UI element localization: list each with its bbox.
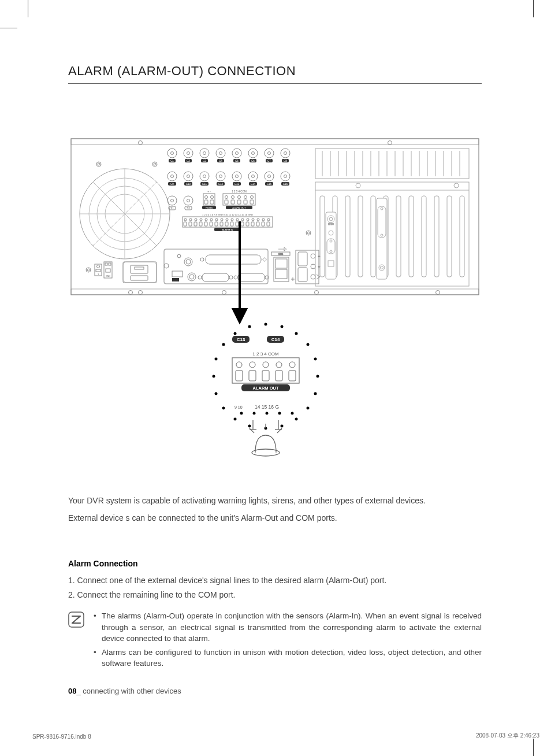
svg-point-276 bbox=[248, 325, 251, 328]
svg-point-275 bbox=[234, 332, 237, 335]
svg-rect-157 bbox=[215, 222, 218, 226]
svg-rect-30 bbox=[109, 263, 111, 265]
crop-mark bbox=[0, 28, 17, 28]
svg-point-78 bbox=[232, 172, 241, 181]
svg-text:C4: C4 bbox=[219, 160, 222, 162]
svg-point-272 bbox=[213, 375, 215, 378]
svg-point-82 bbox=[265, 172, 274, 181]
svg-text:RS485: RS485 bbox=[206, 206, 213, 209]
svg-point-11 bbox=[98, 163, 100, 165]
svg-point-6 bbox=[139, 291, 143, 295]
svg-rect-29 bbox=[105, 263, 107, 265]
svg-text:C11: C11 bbox=[202, 183, 207, 186]
svg-point-266 bbox=[281, 425, 284, 428]
svg-point-52 bbox=[281, 149, 290, 158]
svg-point-13 bbox=[154, 163, 156, 165]
svg-point-75 bbox=[203, 175, 206, 178]
svg-point-135 bbox=[189, 218, 192, 221]
svg-point-76 bbox=[216, 172, 225, 181]
subsection-heading: Alarm Connection bbox=[68, 559, 482, 568]
svg-text:C8: C8 bbox=[284, 160, 287, 162]
svg-point-265 bbox=[295, 418, 298, 421]
svg-point-134 bbox=[184, 218, 187, 221]
svg-point-45 bbox=[219, 152, 222, 155]
svg-rect-129 bbox=[250, 200, 254, 204]
print-footer-timestamp: 2008-07-03 오후 2:46:23 bbox=[476, 732, 539, 740]
svg-rect-155 bbox=[204, 222, 207, 226]
svg-point-286 bbox=[276, 362, 282, 368]
svg-rect-158 bbox=[220, 222, 223, 226]
svg-point-141 bbox=[221, 218, 223, 221]
svg-point-70 bbox=[167, 172, 177, 181]
svg-point-25 bbox=[97, 265, 100, 268]
svg-rect-127 bbox=[237, 200, 241, 204]
svg-line-308 bbox=[250, 428, 254, 433]
svg-rect-162 bbox=[241, 222, 244, 226]
svg-rect-33 bbox=[123, 262, 157, 283]
svg-point-173 bbox=[186, 260, 191, 264]
svg-rect-237 bbox=[434, 196, 439, 277]
svg-rect-1 bbox=[71, 139, 479, 144]
svg-rect-166 bbox=[262, 222, 265, 226]
svg-point-48 bbox=[248, 149, 258, 158]
svg-rect-228 bbox=[320, 196, 325, 277]
svg-text:C5: C5 bbox=[235, 160, 239, 162]
svg-point-180 bbox=[188, 273, 196, 281]
svg-rect-235 bbox=[409, 196, 414, 277]
svg-marker-256 bbox=[233, 309, 246, 322]
svg-rect-236 bbox=[422, 196, 426, 277]
svg-point-147 bbox=[252, 218, 254, 221]
svg-rect-192 bbox=[276, 269, 287, 279]
svg-rect-230 bbox=[345, 196, 350, 277]
svg-point-12 bbox=[152, 162, 157, 166]
svg-rect-151 bbox=[184, 222, 187, 226]
svg-text:C14: C14 bbox=[251, 183, 256, 186]
svg-rect-234 bbox=[396, 196, 401, 277]
svg-point-23 bbox=[87, 269, 90, 271]
print-footer-filename: SPR-9816-9716.indb 8 bbox=[32, 733, 91, 740]
svg-text:C13: C13 bbox=[234, 183, 240, 186]
svg-text:1394: 1394 bbox=[278, 253, 283, 255]
svg-rect-185 bbox=[238, 273, 265, 281]
svg-rect-160 bbox=[230, 222, 233, 226]
svg-text:C10: C10 bbox=[186, 183, 191, 186]
svg-point-38 bbox=[167, 149, 177, 158]
svg-rect-179 bbox=[172, 278, 179, 281]
svg-text:1  2  3  4  5  6  7  8 GND 9 1: 1 2 3 4 5 6 7 8 GND 9 10 11 12 13 14 15 … bbox=[202, 213, 253, 216]
intro-paragraph-2: External device s can be connected to th… bbox=[68, 512, 482, 525]
svg-rect-36 bbox=[135, 267, 144, 269]
svg-point-22 bbox=[86, 268, 91, 272]
svg-point-105 bbox=[187, 199, 190, 202]
svg-point-136 bbox=[195, 218, 197, 221]
svg-point-72 bbox=[184, 172, 193, 181]
svg-text:S1: S1 bbox=[170, 207, 174, 210]
svg-point-172 bbox=[184, 258, 192, 266]
svg-point-8 bbox=[315, 291, 319, 295]
svg-rect-191 bbox=[276, 259, 287, 268]
svg-point-145 bbox=[241, 218, 244, 221]
svg-rect-178 bbox=[172, 271, 183, 277]
svg-point-124 bbox=[251, 196, 254, 199]
svg-point-202 bbox=[311, 264, 315, 269]
step-2: 2. Connect the remaining line to the COM… bbox=[68, 588, 482, 602]
svg-text:C9: C9 bbox=[170, 183, 174, 186]
svg-point-270 bbox=[222, 407, 225, 410]
svg-point-121 bbox=[232, 196, 234, 199]
svg-point-262 bbox=[317, 375, 319, 378]
svg-point-183 bbox=[198, 276, 202, 279]
svg-point-149 bbox=[262, 218, 265, 221]
svg-point-261 bbox=[314, 358, 317, 361]
svg-point-144 bbox=[236, 218, 239, 221]
svg-text:+  -: + - bbox=[207, 190, 211, 193]
note-block: The alarms (Alarm-Out) operate in conjun… bbox=[68, 610, 482, 671]
svg-rect-31 bbox=[106, 269, 110, 272]
crop-mark bbox=[28, 0, 28, 17]
svg-point-41 bbox=[187, 152, 190, 155]
svg-point-112 bbox=[205, 196, 208, 199]
svg-rect-182 bbox=[202, 273, 229, 281]
svg-point-150 bbox=[267, 218, 270, 221]
svg-point-50 bbox=[265, 149, 274, 158]
svg-rect-291 bbox=[276, 370, 282, 381]
svg-point-71 bbox=[171, 175, 174, 178]
svg-rect-159 bbox=[225, 222, 228, 226]
